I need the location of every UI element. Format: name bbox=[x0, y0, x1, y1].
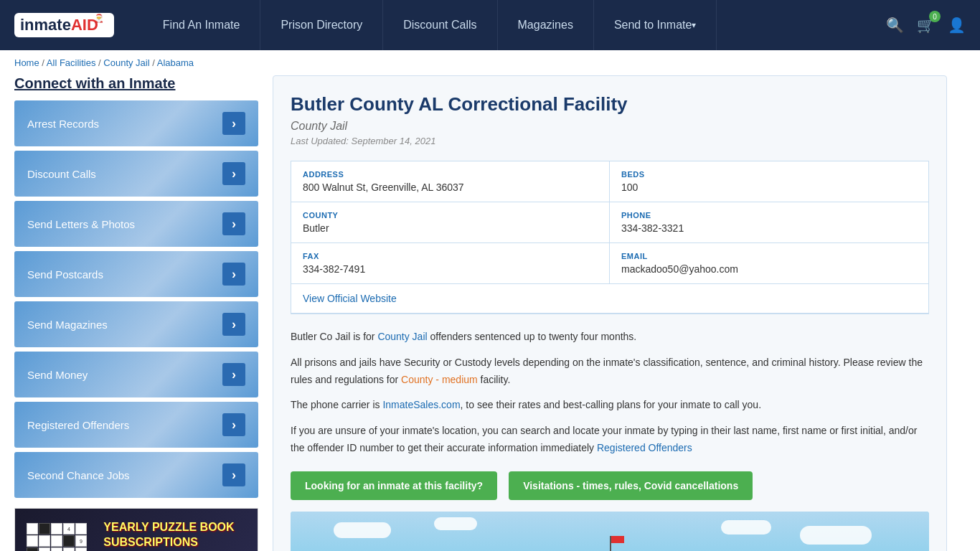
email-value: mackadoo50@yahoo.com bbox=[621, 263, 917, 275]
cloud-3 bbox=[800, 526, 872, 545]
breadcrumb-county-jail[interactable]: County Jail bbox=[103, 57, 149, 68]
email-label: EMAIL bbox=[621, 252, 917, 260]
breadcrumb-all-facilities[interactable]: All Facilities bbox=[47, 57, 96, 68]
sidebar-arrow-icon: › bbox=[222, 212, 245, 235]
fax-label: FAX bbox=[303, 252, 598, 260]
sidebar-item-registered-offenders[interactable]: Registered Offenders › bbox=[14, 402, 258, 448]
sidebar-item-label: Registered Offenders bbox=[27, 419, 129, 431]
desc-para-3: The phone carrier is InmateSales.com, to… bbox=[291, 397, 929, 414]
desc-para-4: If you are unsure of your inmate's locat… bbox=[291, 423, 929, 457]
official-link-cell: View Official Website bbox=[291, 284, 928, 314]
ad-title: YEARLY PUZZLE BOOK SUBSCRIPTIONS bbox=[103, 520, 246, 550]
phone-cell: PHONE 334-382-3321 bbox=[610, 202, 928, 243]
logo[interactable]: inmate AID 🎅 bbox=[14, 13, 114, 37]
navbar: inmate AID 🎅 Find An Inmate Prison Direc… bbox=[0, 0, 980, 50]
action-buttons: Looking for an inmate at this facility? … bbox=[291, 471, 929, 500]
sidebar-ad[interactable]: 4 9 5 bbox=[14, 508, 258, 551]
cloud-2 bbox=[434, 517, 477, 530]
sidebar-arrow-icon: › bbox=[222, 263, 245, 286]
fax-cell: FAX 334-382-7491 bbox=[291, 243, 610, 284]
flag-pole bbox=[610, 536, 611, 551]
nav-find-inmate[interactable]: Find An Inmate bbox=[143, 0, 261, 50]
county-cell: COUNTY Butler bbox=[291, 202, 610, 243]
sidebar-arrow-icon: › bbox=[222, 363, 245, 386]
sidebar-arrow-icon: › bbox=[222, 313, 245, 336]
beds-cell: BEDS 100 bbox=[610, 161, 928, 202]
phone-value: 334-382-3321 bbox=[621, 222, 917, 234]
sidebar-item-discount-calls[interactable]: Discount Calls › bbox=[14, 151, 258, 197]
cloud-1 bbox=[334, 522, 391, 538]
desc-para-1: Butler Co Jail is for County Jail offend… bbox=[291, 329, 929, 346]
cloud-4 bbox=[721, 520, 771, 534]
sidebar-item-label: Send Money bbox=[27, 369, 88, 381]
sidebar-item-label: Send Postcards bbox=[27, 268, 103, 281]
breadcrumb: Home / All Facilities / County Jail / Al… bbox=[0, 50, 980, 75]
registered-offenders-link[interactable]: Registered Offenders bbox=[597, 442, 692, 453]
nav-prison-directory[interactable]: Prison Directory bbox=[260, 0, 383, 50]
facility-description: Butler Co Jail is for County Jail offend… bbox=[291, 329, 929, 457]
sidebar-arrow-icon: › bbox=[222, 463, 245, 486]
sidebar-item-label: Discount Calls bbox=[27, 168, 96, 180]
cart-icon[interactable]: 🛒 0 bbox=[917, 17, 935, 34]
beds-label: BEDS bbox=[621, 170, 917, 179]
looking-for-inmate-button[interactable]: Looking for an inmate at this facility? bbox=[291, 471, 497, 500]
address-label: ADDRESS bbox=[303, 170, 598, 179]
nav-send-to-inmate[interactable]: Send to Inmate bbox=[594, 0, 717, 50]
sidebar-title: Connect with an Inmate bbox=[14, 75, 258, 92]
sidebar-item-send-letters[interactable]: Send Letters & Photos › bbox=[14, 201, 258, 247]
sidebar-item-label: Send Letters & Photos bbox=[27, 218, 135, 230]
sidebar-item-label: Send Magazines bbox=[27, 319, 108, 331]
sidebar-items: Arrest Records › Discount Calls › Send L… bbox=[14, 100, 258, 498]
breadcrumb-alabama[interactable]: Alabama bbox=[157, 57, 194, 68]
county-medium-link[interactable]: County - medium bbox=[401, 374, 478, 385]
nav-icons: 🔍 🛒 0 👤 bbox=[886, 17, 966, 34]
user-icon[interactable]: 👤 bbox=[948, 17, 966, 34]
facility-type: County Jail bbox=[291, 120, 929, 133]
county-label: COUNTY bbox=[303, 211, 598, 220]
breadcrumb-home[interactable]: Home bbox=[14, 57, 39, 68]
logo-hat-icon: 🎅 bbox=[94, 14, 104, 23]
sidebar: Connect with an Inmate Arrest Records › … bbox=[14, 75, 258, 551]
nav-discount-calls[interactable]: Discount Calls bbox=[383, 0, 497, 50]
sidebar-item-send-money[interactable]: Send Money › bbox=[14, 352, 258, 397]
address-value: 800 Walnut St, Greenville, AL 36037 bbox=[303, 182, 598, 193]
nav-links: Find An Inmate Prison Directory Discount… bbox=[143, 0, 886, 50]
facility-updated: Last Updated: September 14, 2021 bbox=[291, 136, 929, 146]
sidebar-arrow-icon: › bbox=[222, 413, 245, 436]
sidebar-item-arrest-records[interactable]: Arrest Records › bbox=[14, 100, 258, 146]
flag-icon bbox=[611, 536, 624, 543]
county-jail-link[interactable]: County Jail bbox=[377, 331, 427, 342]
sidebar-item-label: Second Chance Jobs bbox=[27, 469, 130, 481]
main-container: Connect with an Inmate Arrest Records › … bbox=[0, 75, 961, 551]
facility-content: Butler County AL Correctional Facility C… bbox=[273, 75, 947, 551]
phone-label: PHONE bbox=[621, 211, 917, 220]
cart-badge: 0 bbox=[929, 11, 941, 22]
facility-info-grid: ADDRESS 800 Walnut St, Greenville, AL 36… bbox=[291, 161, 929, 314]
sidebar-arrow-icon: › bbox=[222, 162, 245, 185]
visitation-button[interactable]: Visitations - times, rules, Covid cancel… bbox=[509, 471, 753, 500]
email-cell: EMAIL mackadoo50@yahoo.com bbox=[610, 243, 928, 284]
desc-para-2: All prisons and jails have Security or C… bbox=[291, 354, 929, 389]
beds-value: 100 bbox=[621, 182, 917, 193]
inmate-sales-link[interactable]: InmateSales.com bbox=[382, 399, 460, 410]
sidebar-item-second-chance-jobs[interactable]: Second Chance Jobs › bbox=[14, 452, 258, 498]
nav-magazines[interactable]: Magazines bbox=[498, 0, 594, 50]
facility-image bbox=[291, 512, 929, 551]
sidebar-item-send-magazines[interactable]: Send Magazines › bbox=[14, 301, 258, 347]
logo-text: inmate bbox=[20, 16, 71, 34]
fax-value: 334-382-7491 bbox=[303, 263, 598, 275]
sidebar-arrow-icon: › bbox=[222, 112, 245, 135]
official-website-link[interactable]: View Official Website bbox=[303, 293, 397, 304]
search-icon[interactable]: 🔍 bbox=[886, 17, 904, 34]
county-value: Butler bbox=[303, 222, 598, 234]
address-cell: ADDRESS 800 Walnut St, Greenville, AL 36… bbox=[291, 161, 610, 202]
facility-title: Butler County AL Correctional Facility bbox=[291, 93, 929, 116]
sidebar-item-send-postcards[interactable]: Send Postcards › bbox=[14, 251, 258, 297]
sidebar-item-label: Arrest Records bbox=[27, 118, 99, 130]
